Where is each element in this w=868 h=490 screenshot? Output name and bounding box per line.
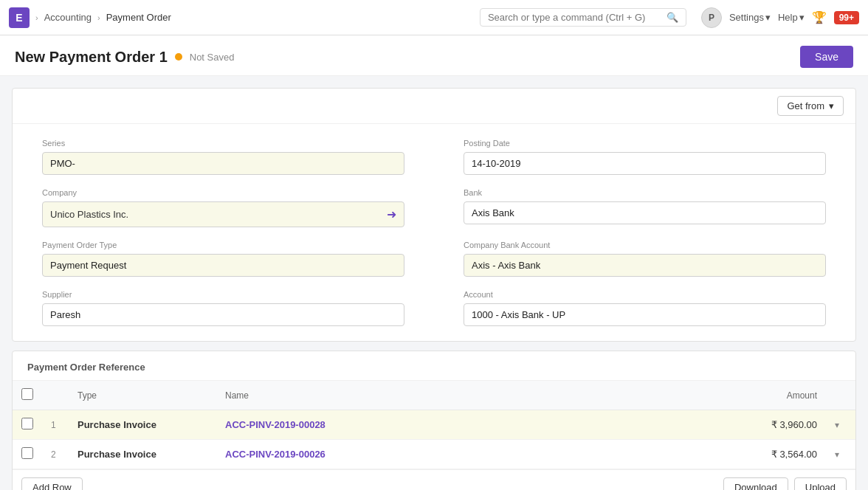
search-input[interactable] — [488, 12, 661, 23]
table-header-row: Type Name Amount — [13, 381, 855, 410]
company-label: Company — [42, 188, 404, 197]
form-section: Get from ▾ Series Posting Date Company U… — [12, 88, 856, 342]
not-saved-dot — [175, 53, 182, 61]
upload-button[interactable]: Upload — [794, 477, 847, 490]
company-bank-account-input[interactable] — [464, 254, 826, 277]
account-label: Account — [464, 290, 826, 299]
bank-field: Bank — [434, 188, 826, 227]
row-checkbox-2[interactable] — [21, 447, 33, 459]
posting-date-input[interactable] — [464, 152, 826, 175]
table-row: 2 Purchase Invoice ACC-PINV-2019-00026 ₹… — [13, 440, 855, 469]
row-checkbox-1[interactable] — [21, 418, 33, 429]
notification-badge[interactable]: 99+ — [834, 11, 859, 24]
save-button[interactable]: Save — [800, 46, 853, 68]
settings-chevron-icon: ▾ — [765, 12, 771, 23]
posting-date-label: Posting Date — [464, 139, 826, 148]
page-header: New Payment Order 1 Not Saved Save — [0, 35, 868, 76]
posting-date-field: Posting Date — [434, 139, 826, 175]
search-bar[interactable]: 🔍 — [480, 8, 686, 27]
bank-label: Bank — [464, 188, 826, 197]
table-section-title: Payment Order Reference — [13, 351, 855, 381]
account-field: Account — [434, 290, 826, 326]
table-row: 1 Purchase Invoice ACC-PINV-2019-00028 ₹… — [13, 410, 855, 440]
col-action-header — [826, 381, 855, 410]
row-amount-cell: ₹ 3,564.00 — [715, 440, 826, 469]
avatar[interactable]: P — [701, 7, 722, 28]
series-input[interactable] — [42, 152, 404, 175]
company-input[interactable]: Unico Plastics Inc. ➜ — [42, 201, 404, 227]
not-saved-label: Not Saved — [190, 52, 235, 63]
content: Get from ▾ Series Posting Date Company U… — [0, 88, 868, 490]
row-checkbox-cell[interactable] — [13, 410, 42, 440]
payment-order-type-input[interactable] — [42, 254, 404, 277]
col-name-header: Name — [216, 381, 715, 410]
supplier-field: Supplier — [42, 290, 434, 326]
row-name-cell[interactable]: ACC-PINV-2019-00026 — [216, 440, 715, 469]
col-num-header — [42, 381, 69, 410]
download-button[interactable]: Download — [723, 477, 788, 490]
help-chevron-icon: ▾ — [799, 12, 805, 23]
search-icon: 🔍 — [666, 12, 678, 23]
row-chevron-down-icon[interactable]: ▾ — [835, 449, 839, 460]
app-icon[interactable]: E — [9, 7, 30, 28]
table-section: Payment Order Reference Type Name Amount — [12, 351, 856, 490]
row-type-cell: Purchase Invoice — [69, 440, 216, 469]
row-amount-cell: ₹ 3,960.00 — [715, 410, 826, 440]
row-chevron-down-icon[interactable]: ▾ — [835, 420, 839, 430]
get-from-button[interactable]: Get from ▾ — [777, 96, 844, 116]
add-row-button[interactable]: Add Row — [21, 477, 83, 490]
row-type-cell: Purchase Invoice — [69, 410, 216, 440]
series-field: Series — [42, 139, 434, 175]
help-label: Help — [778, 12, 798, 23]
company-link-icon: ➜ — [387, 207, 396, 221]
breadcrumb-payment-order: Payment Order — [106, 12, 171, 23]
breadcrumb-accounting[interactable]: Accounting — [44, 12, 92, 23]
table-footer: Add Row Download Upload — [13, 469, 855, 490]
trophy-icon: 🏆 — [812, 10, 827, 24]
settings-label: Settings — [729, 12, 764, 23]
get-from-label: Get from — [787, 100, 824, 111]
select-all-checkbox[interactable] — [21, 388, 33, 400]
series-label: Series — [42, 139, 404, 148]
get-from-chevron-icon: ▾ — [829, 100, 834, 111]
help-button[interactable]: Help ▾ — [778, 12, 805, 23]
form-grid: Series Posting Date Company Unico Plasti… — [13, 124, 855, 341]
company-value: Unico Plastics Inc. — [50, 209, 128, 220]
navbar: E › Accounting › Payment Order 🔍 P Setti… — [0, 0, 868, 35]
row-checkbox-cell[interactable] — [13, 440, 42, 469]
supplier-input[interactable] — [42, 303, 404, 326]
page-title-row: New Payment Order 1 Not Saved — [15, 49, 234, 66]
payment-order-type-label: Payment Order Type — [42, 241, 404, 249]
payment-order-type-field: Payment Order Type — [42, 241, 434, 277]
supplier-label: Supplier — [42, 290, 404, 299]
company-field: Company Unico Plastics Inc. ➜ — [42, 188, 434, 227]
footer-right-buttons: Download Upload — [723, 477, 847, 490]
company-bank-account-label: Company Bank Account — [464, 241, 826, 249]
col-type-header: Type — [69, 381, 216, 410]
col-amount-header: Amount — [715, 381, 826, 410]
get-from-bar: Get from ▾ — [13, 89, 855, 124]
account-input[interactable] — [464, 303, 826, 326]
row-action-cell[interactable]: ▾ — [826, 440, 855, 469]
bank-input[interactable] — [464, 201, 826, 224]
row-name-cell[interactable]: ACC-PINV-2019-00028 — [216, 410, 715, 440]
col-checkbox-header — [13, 381, 42, 410]
row-num-cell: 1 — [42, 410, 69, 440]
row-num-cell: 2 — [42, 440, 69, 469]
payment-order-reference-table: Type Name Amount 1 Purchase Invoice ACC-… — [13, 381, 855, 469]
nav-right: P Settings ▾ Help ▾ 🏆 99+ — [701, 7, 859, 28]
company-bank-account-field: Company Bank Account — [434, 241, 826, 277]
row-action-cell[interactable]: ▾ — [826, 410, 855, 440]
page-title: New Payment Order 1 — [15, 49, 168, 66]
settings-button[interactable]: Settings ▾ — [729, 12, 771, 23]
breadcrumb-chevron-1: › — [35, 13, 38, 22]
breadcrumb-chevron-2: › — [97, 13, 100, 22]
